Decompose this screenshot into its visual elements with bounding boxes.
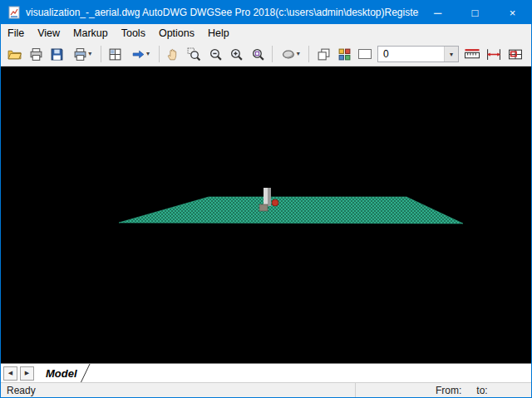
window-controls: ─ □ × [419,1,531,24]
maximize-button[interactable]: □ [456,1,494,24]
tab-slant-divider [79,364,91,383]
batch-print-icon [73,47,87,61]
active-color-swatch[interactable] [358,49,372,59]
zoom-window-icon [187,47,201,61]
marker-box-light-face [264,188,268,206]
toolbar: ▾ ▾ [1,42,531,66]
measure-distance-button[interactable] [461,44,483,64]
zoom-out-button[interactable] [205,44,227,64]
menu-help[interactable]: Help [201,24,236,42]
menu-view[interactable]: View [31,24,66,42]
pan-button[interactable] [163,44,185,64]
pan-hand-icon [166,47,180,61]
layout-tab-bar: ◀ ▶ Model [1,363,531,382]
toolbar-separator [308,46,309,62]
layer-combobox-value: 0 [383,48,389,60]
toolbar-separator [101,46,101,62]
marker-box-dark-face [268,188,271,206]
scene [1,66,531,363]
forward-button[interactable]: ▾ [126,44,155,64]
open-folder-icon [7,47,22,61]
menu-file[interactable]: File [1,24,31,42]
measure-distance-icon [464,47,480,61]
small-box [259,204,268,211]
window-title: visualization_-_aerial.dwg AutoDWG DWGSe… [26,7,419,18]
dropdown-icon: ▾ [146,51,150,57]
save-icon [50,47,64,61]
tab-model-label: Model [46,367,77,380]
measure-area-icon [507,47,524,61]
open-button[interactable] [4,44,26,64]
red-marker [272,199,278,206]
dropdown-icon: ▾ [297,51,300,57]
tab-model[interactable]: Model [34,364,79,382]
menu-bar: File View Markup Tools Options Help [1,24,531,42]
status-text: Ready [1,385,355,396]
layers-icon [337,47,352,61]
tab-scroll-left-button[interactable]: ◀ [3,366,17,381]
print-button[interactable] [26,44,47,64]
zoom-extents-button[interactable] [248,44,269,64]
shade-mode-button[interactable]: ▾ [276,44,305,64]
zoom-in-button[interactable] [226,44,248,64]
zoom-window-button[interactable] [184,44,205,64]
tab-scroll-right-button[interactable]: ▶ [20,366,34,381]
thumbnails-icon [108,47,122,61]
toolbar-separator [159,46,160,62]
forward-arrow-icon [131,47,145,61]
layouts-button[interactable] [313,44,334,64]
dropdown-icon: ▾ [88,51,91,57]
minimize-button[interactable]: ─ [419,1,456,24]
status-to-label: to: [476,385,487,396]
layer-combobox[interactable]: 0 ▾ [377,46,459,62]
drawing-canvas[interactable] [1,66,531,363]
measure-tool-group [461,44,528,64]
thumbnails-button[interactable] [105,44,126,64]
terrain-plane [119,197,463,224]
measure-area-button[interactable] [505,44,526,64]
zoom-extents-icon [251,47,265,61]
batch-print-button[interactable]: ▾ [68,44,97,64]
print-icon [29,47,43,61]
status-from-label: From: [436,385,461,396]
zoom-out-icon [209,47,223,61]
app-icon [7,6,21,19]
layers-button[interactable] [334,44,356,64]
title-bar[interactable]: visualization_-_aerial.dwg AutoDWG DWGSe… [1,1,531,24]
menu-tools[interactable]: Tools [115,24,152,42]
status-bar: Ready From: to: [1,382,531,397]
combo-dropdown-icon[interactable]: ▾ [444,47,458,61]
dimension-icon [485,47,502,61]
save-button[interactable] [47,44,68,64]
zoom-in-icon [229,47,244,61]
toolbar-separator [272,46,273,62]
app-window: visualization_-_aerial.dwg AutoDWG DWGSe… [0,0,532,398]
layouts-icon [317,47,331,61]
menu-markup[interactable]: Markup [66,24,115,42]
menu-options[interactable]: Options [152,24,201,42]
dimension-button[interactable] [483,44,505,64]
shade-mode-icon [282,47,296,61]
close-button[interactable]: × [494,1,531,24]
status-range-panel: From: to: [355,383,531,397]
